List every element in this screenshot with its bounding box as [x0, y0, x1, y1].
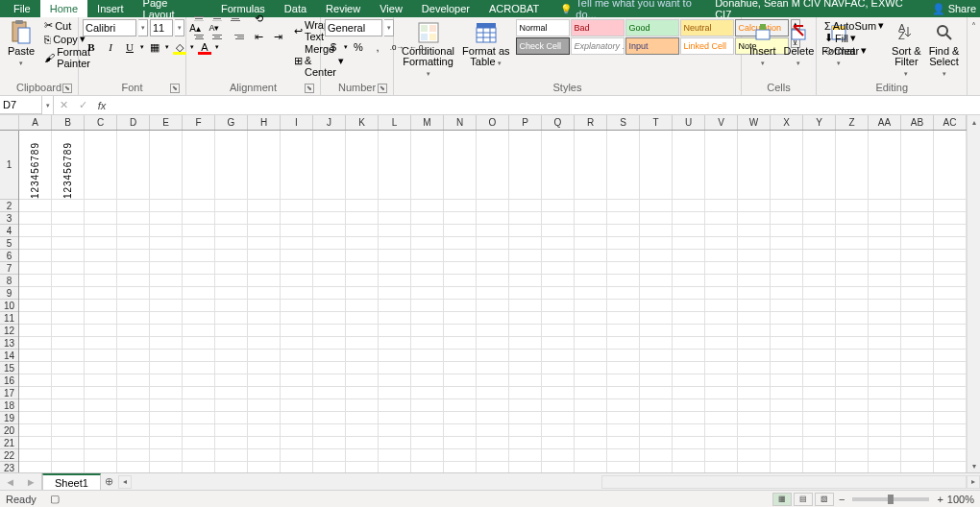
cell[interactable]	[836, 300, 869, 311]
cell[interactable]	[738, 250, 771, 261]
cell[interactable]	[901, 412, 934, 423]
cell[interactable]	[346, 275, 379, 286]
cell[interactable]	[411, 275, 444, 286]
orientation-button[interactable]: ⟲	[250, 11, 267, 28]
cell[interactable]	[542, 337, 575, 349]
cell[interactable]	[934, 374, 967, 386]
cell[interactable]	[477, 387, 509, 398]
cell[interactable]	[575, 337, 607, 349]
select-all-corner[interactable]	[0, 115, 19, 131]
cell[interactable]	[509, 350, 542, 361]
cell[interactable]	[183, 275, 215, 286]
cell[interactable]	[803, 374, 836, 386]
cell[interactable]	[379, 337, 411, 349]
cell[interactable]	[411, 362, 444, 374]
cell[interactable]	[183, 325, 215, 336]
cell[interactable]	[313, 325, 346, 336]
cell[interactable]	[313, 399, 346, 411]
cell[interactable]	[803, 387, 836, 398]
cell[interactable]	[248, 399, 281, 411]
cell[interactable]	[183, 350, 215, 361]
cell[interactable]	[771, 325, 803, 336]
cell[interactable]	[215, 362, 248, 374]
cell[interactable]	[477, 212, 509, 224]
cell[interactable]	[640, 300, 673, 311]
cell[interactable]	[738, 462, 771, 472]
cell[interactable]	[281, 212, 313, 224]
cell[interactable]	[117, 287, 150, 299]
cell[interactable]	[313, 462, 346, 472]
cell[interactable]	[934, 262, 967, 274]
cell[interactable]	[640, 449, 673, 461]
cell[interactable]	[705, 350, 738, 361]
column-header[interactable]: W	[738, 115, 771, 130]
cell[interactable]	[85, 300, 117, 311]
cell[interactable]	[477, 275, 509, 286]
cell[interactable]	[150, 387, 183, 398]
cell[interactable]	[183, 300, 215, 311]
cell[interactable]	[346, 350, 379, 361]
cell[interactable]	[869, 200, 901, 211]
ribbon-tab-review[interactable]: Review	[316, 0, 370, 17]
cell[interactable]	[575, 275, 607, 286]
cell[interactable]	[379, 449, 411, 461]
ribbon-tab-insert[interactable]: Insert	[87, 0, 134, 17]
insert-function-button[interactable]: fx	[92, 96, 111, 114]
cell[interactable]	[281, 337, 313, 349]
cell[interactable]	[117, 337, 150, 349]
cell[interactable]	[183, 424, 215, 436]
cell[interactable]	[705, 462, 738, 472]
cell[interactable]	[509, 374, 542, 386]
cell[interactable]	[901, 200, 934, 211]
cell-style-linked-cell[interactable]: Linked Cell	[680, 37, 734, 55]
cell[interactable]	[803, 225, 836, 236]
cell[interactable]	[379, 262, 411, 274]
cell[interactable]	[248, 325, 281, 336]
cell[interactable]	[248, 337, 281, 349]
cell[interactable]	[640, 312, 673, 324]
cell[interactable]	[640, 250, 673, 261]
cell[interactable]	[771, 300, 803, 311]
cell[interactable]	[313, 200, 346, 211]
cell[interactable]	[85, 250, 117, 261]
cell[interactable]	[346, 374, 379, 386]
cell[interactable]	[771, 275, 803, 286]
italic-button[interactable]: I	[102, 38, 119, 56]
cell[interactable]	[19, 225, 52, 236]
cell[interactable]	[313, 250, 346, 261]
cell[interactable]	[346, 325, 379, 336]
cell[interactable]	[19, 362, 52, 374]
cell[interactable]	[901, 449, 934, 461]
cell[interactable]	[836, 325, 869, 336]
cell[interactable]	[705, 300, 738, 311]
row-header[interactable]: 12	[0, 325, 18, 337]
page-break-view-button[interactable]: ▧	[815, 493, 834, 506]
cell[interactable]	[803, 412, 836, 423]
cell[interactable]	[803, 262, 836, 274]
cell[interactable]	[477, 131, 509, 199]
cell[interactable]	[150, 325, 183, 336]
cell[interactable]	[705, 325, 738, 336]
cell[interactable]	[869, 312, 901, 324]
cell[interactable]	[673, 325, 705, 336]
column-header[interactable]: O	[477, 115, 509, 130]
cell[interactable]	[444, 449, 477, 461]
cell[interactable]	[183, 412, 215, 423]
cell[interactable]	[281, 131, 313, 199]
cell[interactable]	[215, 387, 248, 398]
cell[interactable]	[379, 437, 411, 448]
cell[interactable]	[836, 237, 869, 249]
cell[interactable]	[509, 312, 542, 324]
cell[interactable]	[640, 399, 673, 411]
cell[interactable]	[575, 262, 607, 274]
cell[interactable]	[117, 437, 150, 448]
cell[interactable]	[444, 287, 477, 299]
cell[interactable]	[248, 449, 281, 461]
cell[interactable]	[444, 399, 477, 411]
cell[interactable]	[803, 437, 836, 448]
column-header[interactable]: U	[673, 115, 705, 130]
cell[interactable]	[934, 399, 967, 411]
cell[interactable]	[836, 287, 869, 299]
cell[interactable]	[150, 424, 183, 436]
cell[interactable]	[346, 362, 379, 374]
